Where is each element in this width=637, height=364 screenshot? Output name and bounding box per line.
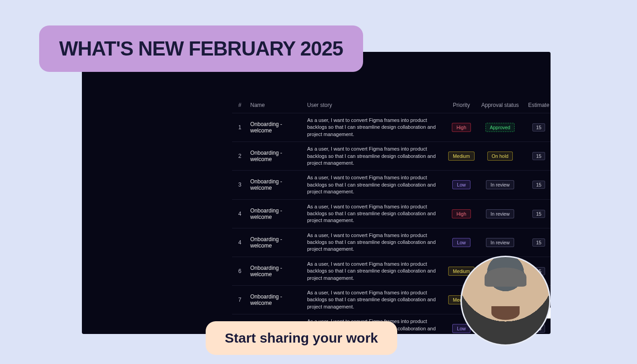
row-user-story: As a user, I want to convert Figma frame… [304,232,445,253]
priority-badge[interactable]: High [452,209,471,218]
row-number: 2 [232,153,248,159]
header-num: # [232,102,248,108]
status-badge[interactable]: On hold [487,152,513,161]
row-user-story: As a user, I want to convert Figma frame… [304,289,445,310]
row-status: In review [477,209,523,218]
table-row[interactable]: 3Onboarding - welcomeAs a user, I want t… [232,170,551,199]
row-status: On hold [477,152,523,161]
estimate-badge: 15 [532,210,545,218]
row-priority: Low [445,180,477,189]
row-status: Approved [477,123,523,132]
estimate-badge: 15 [532,181,545,189]
row-name: Onboarding - welcome [248,236,304,249]
row-number: 4 [232,239,248,246]
table-header: # Name User story Priority Approval stat… [232,97,551,113]
row-user-story: As a user, I want to convert Figma frame… [304,203,445,224]
row-estimate: 15 [523,238,551,247]
row-status: In review [477,238,523,247]
status-badge[interactable]: In review [486,209,514,218]
cta-label: Start sharing your work [225,330,378,345]
status-badge[interactable]: In review [486,180,514,189]
header-estimate: Estimate [523,102,551,108]
row-user-story: As a user, I want to convert Figma frame… [304,261,445,282]
row-number: 4 [232,211,248,217]
estimate-badge: 15 [532,123,545,131]
row-priority: Medium [445,152,477,161]
banner-title: WHAT'S NEW FEBRUARY 2025 [59,37,343,60]
row-estimate: 15 [523,152,551,160]
table-row[interactable]: 2Onboarding - welcomeAs a user, I want t… [232,142,551,170]
header-status: Approval status [477,102,523,108]
row-estimate: 15 [523,181,551,189]
row-number: 6 [232,268,248,274]
status-badge[interactable]: Approved [485,123,515,132]
row-estimate: 15 [523,210,551,218]
row-number: 3 [232,182,248,188]
table-row[interactable]: 4Onboarding - welcomeAs a user, I want t… [232,228,551,257]
priority-badge[interactable]: High [452,123,471,132]
table-row[interactable]: 1Onboarding - welcomeAs a user, I want t… [232,113,551,142]
row-name: Onboarding - welcome [248,207,304,220]
header-priority: Priority [445,102,477,108]
row-user-story: As a user, I want to convert Figma frame… [304,117,445,138]
row-priority: High [445,209,477,218]
row-user-story: As a user, I want to convert Figma frame… [304,146,445,167]
priority-badge[interactable]: Low [452,238,470,247]
row-name: Onboarding - welcome [248,150,304,162]
estimate-badge: 15 [532,238,545,247]
presenter-avatar [460,256,551,346]
row-name: Onboarding - welcome [248,121,304,134]
row-number: 7 [232,297,248,303]
header-name: Name [248,102,304,108]
row-priority: Low [445,238,477,247]
table-row[interactable]: 4Onboarding - welcomeAs a user, I want t… [232,199,551,228]
row-user-story: As a user, I want to convert Figma frame… [304,174,445,195]
whats-new-banner: WHAT'S NEW FEBRUARY 2025 [39,25,363,72]
row-estimate: 15 [523,123,551,131]
estimate-badge: 15 [532,152,545,160]
row-name: Onboarding - welcome [248,178,304,191]
priority-badge[interactable]: Low [452,180,470,189]
row-name: Onboarding - welcome [248,265,304,278]
row-status: In review [477,180,523,189]
row-number: 1 [232,124,248,131]
row-priority: High [445,123,477,132]
status-badge[interactable]: In review [486,238,514,247]
start-sharing-button[interactable]: Start sharing your work [206,321,397,355]
header-story: User story [304,102,445,108]
row-name: Onboarding - welcome [248,293,304,306]
priority-badge[interactable]: Medium [448,152,474,161]
